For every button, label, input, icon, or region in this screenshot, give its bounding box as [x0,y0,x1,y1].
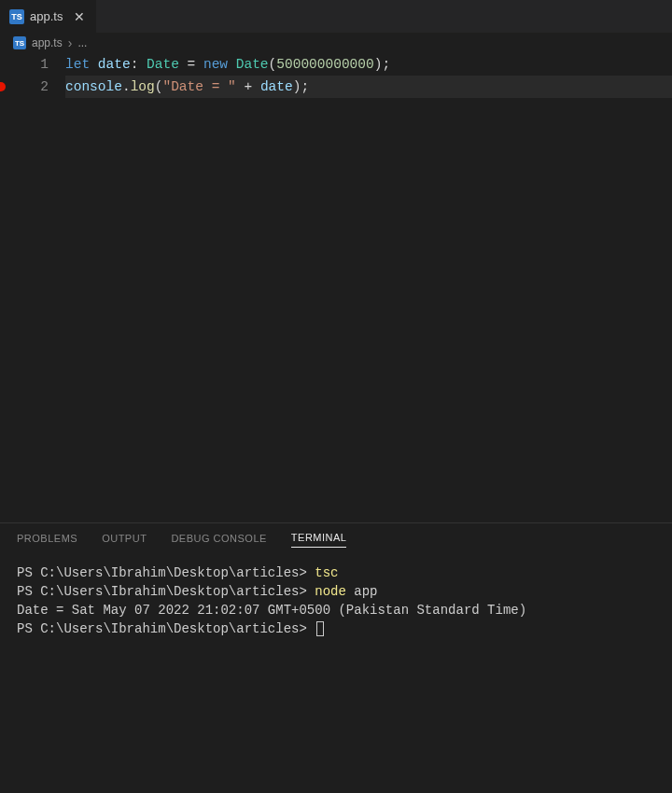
terminal-line: PS C:\Users\Ibrahim\Desktop\articles> ts… [17,563,655,582]
tab-debug-console[interactable]: DEBUG CONSOLE [171,533,266,548]
tabs-bar: TS app.ts ✕ [0,0,672,33]
breakpoint-icon[interactable] [0,82,6,91]
code-line[interactable]: let date: Date = new Date(500000000000); [65,53,672,76]
bottom-panel: PROBLEMS OUTPUT DEBUG CONSOLE TERMINAL P… [0,522,672,793]
code-editor[interactable]: 1 2 let date: Date = new Date(5000000000… [0,53,672,522]
typescript-icon: TS [13,36,26,49]
code-area[interactable]: let date: Date = new Date(500000000000);… [65,53,672,522]
line-number: 1 [9,53,49,76]
tab-terminal[interactable]: TERMINAL [291,532,347,548]
cursor-icon [316,621,324,636]
terminal-line: PS C:\Users\Ibrahim\Desktop\articles> no… [17,582,655,601]
breadcrumb-tail: ... [77,36,87,49]
terminal-line: Date = Sat May 07 2022 21:02:07 GMT+0500… [17,601,655,619]
tab-problems[interactable]: PROBLEMS [17,533,77,548]
chevron-right-icon: › [68,35,73,50]
panel-tabs: PROBLEMS OUTPUT DEBUG CONSOLE TERMINAL [0,523,672,556]
close-icon[interactable]: ✕ [72,9,87,24]
code-line[interactable]: console.log("Date = " + date); [65,76,672,98]
tab-output[interactable]: OUTPUT [102,533,147,548]
typescript-icon: TS [9,9,24,24]
breadcrumb-filename: app.ts [32,36,63,49]
tab-app-ts[interactable]: TS app.ts ✕ [0,0,97,33]
line-number: 2 [9,76,49,98]
breadcrumb[interactable]: TS app.ts › ... [0,33,672,53]
terminal[interactable]: PS C:\Users\Ibrahim\Desktop\articles> ts… [0,556,672,793]
line-number-gutter: 1 2 [9,53,65,522]
tab-filename: app.ts [30,9,63,23]
breakpoint-gutter[interactable] [0,53,9,522]
terminal-line: PS C:\Users\Ibrahim\Desktop\articles> [17,619,655,638]
